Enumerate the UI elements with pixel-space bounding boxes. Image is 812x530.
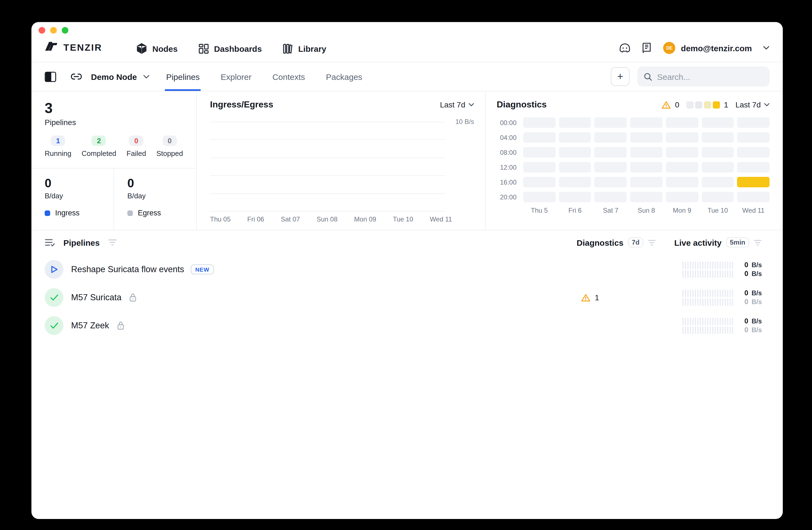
pipeline-name[interactable]: M57 Zeek [71,321,109,330]
heatmap-cell[interactable] [595,132,627,143]
new-badge: NEW [191,264,214,274]
heatmap-cell[interactable] [737,132,770,143]
search-box[interactable] [637,67,770,87]
docs-icon[interactable] [642,42,652,54]
nav-item-dashboards[interactable]: Dashboards [199,43,262,54]
pipeline-row[interactable]: M57 Zeek 0B/s 0B/s [31,312,783,339]
zoom-window-button[interactable] [62,27,68,34]
heatmap-row-label: 04:00 [497,134,523,141]
heatmap-cell[interactable] [559,117,591,128]
minimize-window-button[interactable] [50,27,57,34]
top-bar: TENZIR Nodes [31,22,783,62]
egress-legend-swatch [127,210,133,216]
heatmap-cell[interactable] [523,147,555,158]
tab-contexts[interactable]: Contexts [271,62,306,91]
heatmap-cell[interactable] [523,117,555,128]
discord-icon[interactable] [619,43,631,53]
tab-pipelines[interactable]: Pipelines [165,62,201,91]
heatmap-cell[interactable] [523,192,555,202]
heatmap-cell[interactable] [666,162,698,173]
diagnostics-title: Diagnostics [497,100,547,109]
add-pipeline-button[interactable]: + [611,67,629,86]
list-check-icon[interactable] [45,238,55,247]
heatmap-cell[interactable] [666,117,698,128]
heatmap-cell[interactable] [595,162,627,173]
sidebar-toggle-icon[interactable] [45,71,56,82]
ingress-egress-panel: Ingress/Egress Last 7d 10 B/s Thu 05Fri … [197,91,485,230]
activity-range-badge[interactable]: 5min [726,237,749,247]
x-axis-label: Sun 08 [316,216,337,223]
scale-cell [695,101,702,108]
pipelines-filter-icon[interactable] [108,239,117,246]
heatmap-cell[interactable] [523,132,555,143]
heatmap-cell-highlighted[interactable] [737,177,770,187]
chart-range-selector[interactable]: Last 7d [440,100,474,109]
heatmap-cell[interactable] [701,117,734,128]
x-axis-label: Wed 11 [430,216,452,223]
nav-label: Library [298,44,327,53]
activity-filter-icon[interactable] [754,239,762,246]
chevron-down-icon[interactable] [763,46,770,50]
node-chevron-down-icon[interactable] [144,75,150,78]
avatar[interactable]: DE [663,42,675,54]
heatmap-cell[interactable] [595,192,627,202]
heatmap-cell[interactable] [559,132,591,143]
heatmap-cell[interactable] [630,117,662,128]
tab-explorer[interactable]: Explorer [219,62,252,91]
heatmap-cell[interactable] [630,147,662,158]
node-tabs: Pipelines Explorer Contexts Packages [165,62,382,91]
row-activity-cell: 0B/s 0B/s [643,261,762,278]
heatmap-cell[interactable] [559,162,591,173]
chart-x-axis-labels: Thu 05Fri 06Sat 07Sun 08Mon 09Tue 10Wed … [210,216,452,223]
tab-packages[interactable]: Packages [325,62,364,91]
diagnostics-range-selector[interactable]: Last 7d [735,100,770,109]
row-diagnostics-cell[interactable]: 1 [541,293,643,302]
close-window-button[interactable] [39,27,45,34]
pipeline-name[interactable]: Reshape Suricata flow events [71,264,184,274]
heatmap-cell[interactable] [595,177,627,187]
heatmap-cell[interactable] [737,192,770,202]
heatmap-cell[interactable] [666,147,698,158]
heatmap-cell[interactable] [701,132,734,143]
heatmap-cell[interactable] [523,177,555,187]
heatmap-cell[interactable] [701,177,734,187]
heatmap-cell[interactable] [630,192,662,202]
heatmap-cell[interactable] [559,177,591,187]
nav-item-library[interactable]: Library [283,43,327,54]
heatmap-cell[interactable] [595,147,627,158]
status-summary: 1 Running 2 Completed 0 Failed 0 [45,135,184,157]
heatmap-cell[interactable] [666,192,698,202]
heatmap-cell[interactable] [666,177,698,187]
heatmap-cell[interactable] [737,117,770,128]
egress-stat: 0 B/day Egress [114,168,196,230]
tenzir-logo[interactable]: TENZIR [45,42,102,54]
heatmap-cell[interactable] [630,177,662,187]
heatmap-cell[interactable] [666,132,698,143]
heatmap-cell[interactable] [630,162,662,173]
node-name[interactable]: Demo Node [91,72,137,81]
window-controls [39,27,68,34]
pipeline-row[interactable]: Reshape Suricata flow events NEW 0B/s 0B… [31,256,783,283]
search-input[interactable] [657,72,763,81]
heatmap-cell[interactable] [630,132,662,143]
heatmap-cell[interactable] [701,162,734,173]
user-email[interactable]: demo@tenzir.com [681,43,752,53]
row-warning-count: 1 [595,293,599,302]
ingress-legend-swatch [45,210,50,216]
ingress-stat: 0 B/day Ingress [31,168,114,230]
heatmap-cell[interactable] [595,117,627,128]
heatmap-cell[interactable] [523,162,555,173]
heatmap-cell[interactable] [737,162,770,173]
heatmap-cell[interactable] [737,147,770,158]
brand-name: TENZIR [63,42,102,54]
heatmap-cell[interactable] [559,147,591,158]
diagnostics-range-badge[interactable]: 7d [628,237,643,247]
heatmap-cell[interactable] [701,147,734,158]
heatmap-cell[interactable] [701,192,734,202]
pipeline-name[interactable]: M57 Suricata [71,293,121,303]
pipeline-row[interactable]: M57 Suricata 1 0B/s [31,284,783,311]
nav-item-nodes[interactable]: Nodes [136,43,178,54]
status-stopped: 0 Stopped [156,135,183,157]
heatmap-cell[interactable] [559,192,591,202]
heatmap-row: 08:00 [497,147,770,158]
